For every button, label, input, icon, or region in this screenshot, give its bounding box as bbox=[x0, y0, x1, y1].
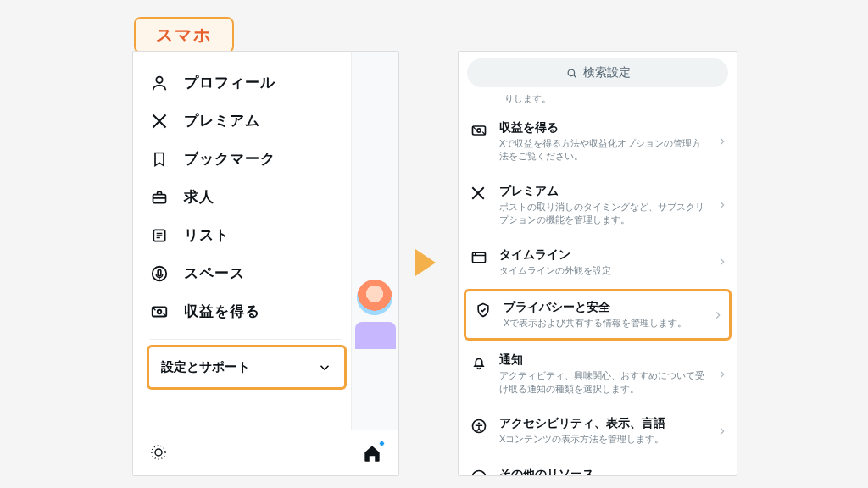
row-title: その他のリソース bbox=[499, 467, 728, 475]
bell-icon bbox=[470, 354, 487, 371]
chevron-right-icon bbox=[716, 369, 728, 380]
truncated-text: りします。 bbox=[459, 91, 737, 110]
dots-icon bbox=[470, 469, 487, 475]
menu-label: 収益を得る bbox=[184, 302, 260, 321]
row-title: アクセシビリティ、表示、言語 bbox=[499, 416, 704, 431]
row-desc: Xで収益を得る方法や収益化オプションの管理方法をご覧ください。 bbox=[499, 137, 704, 164]
phone-left: プロフィール プレミアム ブックマーク 求人 リスト スペース bbox=[132, 51, 399, 476]
row-desc: Xで表示および共有する情報を管理します。 bbox=[504, 317, 700, 330]
settings-and-support[interactable]: 設定とサポート bbox=[147, 345, 347, 390]
menu-lists[interactable]: リスト bbox=[140, 216, 347, 254]
row-title: 収益を得る bbox=[499, 120, 704, 136]
menu-bookmarks[interactable]: ブックマーク bbox=[140, 140, 347, 178]
home-icon[interactable] bbox=[361, 442, 383, 464]
row-title: プレミアム bbox=[499, 184, 704, 199]
row-desc: Xコンテンツの表示方法を管理します。 bbox=[499, 433, 704, 446]
drawer-menu: プロフィール プレミアム ブックマーク 求人 リスト スペース bbox=[133, 64, 347, 390]
bookmark-icon bbox=[150, 150, 169, 169]
row-other-resources[interactable]: その他のリソース bbox=[459, 457, 737, 475]
theme-icon[interactable] bbox=[148, 442, 170, 464]
drawer-panel: プロフィール プレミアム ブックマーク 求人 リスト スペース bbox=[133, 52, 398, 430]
menu-label: スペース bbox=[184, 263, 245, 283]
list-icon bbox=[150, 226, 169, 245]
row-title: プライバシーと安全 bbox=[504, 300, 700, 315]
row-desc: タイムラインの外観を設定 bbox=[499, 264, 704, 277]
row-accessibility[interactable]: アクセシビリティ、表示、言語 Xコンテンツの表示方法を管理します。 bbox=[459, 406, 737, 456]
accessibility-icon bbox=[470, 418, 487, 435]
drawer-backdrop bbox=[351, 52, 398, 430]
chevron-right-icon bbox=[716, 136, 728, 147]
chevron-right-icon bbox=[716, 199, 728, 211]
menu-premium[interactable]: プレミアム bbox=[140, 102, 347, 140]
row-timeline[interactable]: タイムライン タイムラインの外観を設定 bbox=[459, 237, 737, 287]
menu-label: 求人 bbox=[184, 187, 214, 207]
menu-label: リスト bbox=[184, 225, 230, 245]
search-wrap: 検索設定 bbox=[459, 52, 737, 91]
row-desc: ポストの取り消しのタイミングなど、サブスクリプションの機能を管理します。 bbox=[499, 201, 704, 227]
backdrop-card bbox=[355, 322, 396, 349]
mic-icon bbox=[150, 264, 169, 283]
menu-profile[interactable]: プロフィール bbox=[140, 64, 347, 102]
settings-label: 設定とサポート bbox=[161, 359, 250, 375]
chevron-right-icon bbox=[712, 309, 724, 321]
chevron-right-icon bbox=[716, 425, 728, 437]
search-input[interactable]: 検索設定 bbox=[467, 58, 728, 87]
row-premium[interactable]: プレミアム ポストの取り消しのタイミングなど、サブスクリプションの機能を管理しま… bbox=[459, 174, 737, 237]
row-desc: アクティビティ、興味関心、おすすめについて受け取る通知の種類を選択します。 bbox=[499, 369, 704, 396]
avatar bbox=[357, 280, 392, 315]
chevron-down-icon bbox=[317, 360, 332, 375]
menu-spaces[interactable]: スペース bbox=[140, 254, 347, 292]
row-title: 通知 bbox=[499, 352, 704, 368]
x-icon bbox=[150, 112, 169, 130]
menu-label: プロフィール bbox=[184, 73, 275, 92]
menu-label: ブックマーク bbox=[184, 149, 275, 169]
search-icon bbox=[565, 67, 578, 80]
bottom-bar bbox=[133, 430, 398, 475]
row-monetization[interactable]: 収益を得る Xで収益を得る方法や収益化オプションの管理方法をご覧ください。 bbox=[459, 110, 737, 174]
menu-monetization[interactable]: 収益を得る bbox=[140, 292, 347, 330]
timeline-icon bbox=[470, 249, 487, 266]
x-icon bbox=[470, 186, 487, 202]
briefcase-icon bbox=[150, 188, 169, 207]
shield-icon bbox=[475, 302, 492, 319]
row-privacy-safety[interactable]: プライバシーと安全 Xで表示および共有する情報を管理します。 bbox=[464, 289, 732, 341]
user-icon bbox=[150, 74, 169, 92]
money-icon bbox=[150, 302, 169, 321]
menu-label: プレミアム bbox=[184, 111, 260, 130]
divider bbox=[150, 339, 342, 340]
row-title: タイムライン bbox=[499, 247, 704, 263]
menu-jobs[interactable]: 求人 bbox=[140, 178, 347, 216]
money-icon bbox=[470, 122, 487, 139]
phone-right: 検索設定 りします。 収益を得る Xで収益を得る方法や収益化オプションの管理方法… bbox=[458, 51, 737, 476]
row-notifications[interactable]: 通知 アクティビティ、興味関心、おすすめについて受け取る通知の種類を選択します。 bbox=[459, 342, 737, 406]
settings-list: 収益を得る Xで収益を得る方法や収益化オプションの管理方法をご覧ください。 プレ… bbox=[459, 110, 737, 475]
platform-badge: スマホ bbox=[134, 17, 234, 53]
chevron-right-icon bbox=[716, 256, 728, 268]
arrow-icon bbox=[415, 249, 436, 276]
notification-dot bbox=[379, 441, 385, 446]
search-placeholder: 検索設定 bbox=[583, 65, 631, 80]
